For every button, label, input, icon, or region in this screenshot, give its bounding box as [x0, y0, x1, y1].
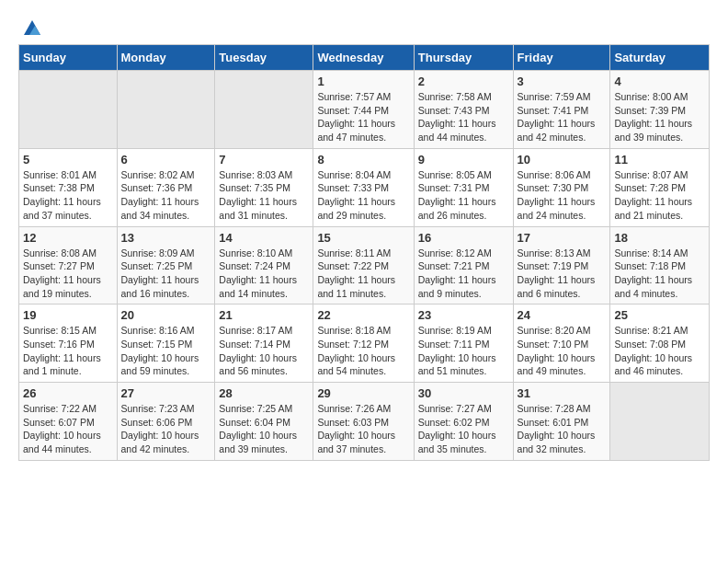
calendar-cell: 31Sunrise: 7:28 AMSunset: 6:01 PMDayligh… — [513, 383, 610, 461]
day-number: 4 — [614, 75, 705, 88]
cell-content: Daylight: 11 hours and 31 minutes. — [219, 195, 309, 222]
calendar-cell: 7Sunrise: 8:03 AMSunset: 7:35 PMDaylight… — [215, 148, 313, 226]
header-day-wednesday: Wednesday — [313, 45, 414, 71]
logo — [18, 18, 42, 35]
cell-content: Sunrise: 7:28 AM — [518, 402, 607, 416]
day-number: 18 — [614, 231, 705, 245]
day-number: 12 — [23, 231, 113, 245]
cell-content: Daylight: 10 hours and 35 minutes. — [418, 429, 509, 455]
calendar-cell: 18Sunrise: 8:14 AMSunset: 7:18 PMDayligh… — [610, 226, 710, 304]
cell-content: Sunset: 7:15 PM — [121, 338, 211, 351]
calendar-cell: 12Sunrise: 8:08 AMSunset: 7:27 PMDayligh… — [19, 226, 118, 304]
cell-content: Daylight: 11 hours and 44 minutes. — [418, 117, 509, 144]
cell-content: Daylight: 10 hours and 49 minutes. — [518, 351, 607, 378]
cell-content: Sunset: 7:35 PM — [219, 181, 309, 195]
calendar-cell: 15Sunrise: 8:11 AMSunset: 7:22 PMDayligh… — [313, 226, 414, 304]
cell-content: Sunrise: 8:20 AM — [518, 324, 607, 338]
calendar-cell: 8Sunrise: 8:04 AMSunset: 7:33 PMDaylight… — [313, 148, 414, 226]
calendar-cell: 10Sunrise: 8:06 AMSunset: 7:30 PMDayligh… — [513, 148, 610, 226]
cell-content: Daylight: 10 hours and 37 minutes. — [317, 429, 409, 455]
calendar-cell: 14Sunrise: 8:10 AMSunset: 7:24 PMDayligh… — [215, 226, 313, 304]
cell-content: Daylight: 10 hours and 32 minutes. — [518, 429, 607, 455]
cell-content: Daylight: 11 hours and 39 minutes. — [614, 117, 705, 144]
day-number: 27 — [121, 386, 211, 400]
cell-content: Daylight: 11 hours and 6 minutes. — [518, 273, 607, 300]
cell-content: Sunset: 7:33 PM — [317, 181, 409, 195]
day-number: 31 — [518, 386, 607, 400]
cell-content: Sunrise: 8:03 AM — [219, 168, 309, 182]
cell-content: Sunrise: 8:06 AM — [518, 168, 607, 182]
calendar-cell: 11Sunrise: 8:07 AMSunset: 7:28 PMDayligh… — [610, 148, 710, 226]
cell-content: Sunrise: 8:10 AM — [219, 247, 309, 260]
cell-content: Daylight: 11 hours and 29 minutes. — [317, 195, 409, 222]
cell-content: Daylight: 11 hours and 42 minutes. — [518, 117, 607, 144]
cell-content: Sunrise: 7:58 AM — [418, 90, 509, 104]
cell-content: Sunset: 6:07 PM — [23, 416, 113, 430]
day-number: 21 — [219, 308, 309, 322]
calendar-cell: 29Sunrise: 7:26 AMSunset: 6:03 PMDayligh… — [313, 383, 414, 461]
cell-content: Sunset: 7:30 PM — [518, 181, 607, 195]
day-number: 9 — [418, 153, 509, 167]
day-number: 16 — [418, 231, 509, 245]
calendar-cell: 30Sunrise: 7:27 AMSunset: 6:02 PMDayligh… — [414, 383, 513, 461]
cell-content: Sunset: 7:16 PM — [23, 338, 113, 351]
cell-content: Sunset: 6:02 PM — [418, 416, 509, 430]
header-day-friday: Friday — [513, 45, 610, 71]
cell-content: Sunrise: 8:19 AM — [418, 324, 509, 338]
page-header — [18, 18, 710, 35]
cell-content: Sunset: 7:41 PM — [518, 104, 607, 118]
cell-content: Sunrise: 7:59 AM — [518, 90, 607, 104]
calendar-week-3: 12Sunrise: 8:08 AMSunset: 7:27 PMDayligh… — [19, 226, 710, 304]
cell-content: Sunrise: 8:15 AM — [23, 324, 113, 338]
cell-content: Daylight: 10 hours and 44 minutes. — [23, 429, 113, 455]
day-number: 1 — [317, 75, 409, 88]
cell-content: Sunset: 7:36 PM — [121, 181, 211, 195]
header-day-tuesday: Tuesday — [215, 45, 313, 71]
logo-icon — [22, 18, 42, 39]
cell-content: Sunset: 7:38 PM — [23, 181, 113, 195]
cell-content: Sunset: 6:03 PM — [317, 416, 409, 430]
calendar-cell: 24Sunrise: 8:20 AMSunset: 7:10 PMDayligh… — [513, 304, 610, 383]
day-number: 28 — [219, 386, 309, 400]
calendar-cell — [19, 71, 118, 149]
cell-content: Daylight: 11 hours and 21 minutes. — [614, 195, 705, 222]
cell-content: Sunrise: 8:21 AM — [614, 324, 705, 338]
calendar-cell — [117, 71, 215, 149]
day-number: 26 — [23, 386, 113, 400]
cell-content: Sunset: 7:08 PM — [614, 338, 705, 351]
cell-content: Sunrise: 8:14 AM — [614, 247, 705, 260]
cell-content: Sunrise: 8:05 AM — [418, 168, 509, 182]
cell-content: Sunrise: 7:57 AM — [317, 90, 409, 104]
day-number: 30 — [418, 386, 509, 400]
calendar-cell: 17Sunrise: 8:13 AMSunset: 7:19 PMDayligh… — [513, 226, 610, 304]
cell-content: Daylight: 10 hours and 54 minutes. — [317, 351, 409, 378]
calendar-week-2: 5Sunrise: 8:01 AMSunset: 7:38 PMDaylight… — [19, 148, 710, 226]
cell-content: Sunset: 7:24 PM — [219, 259, 309, 273]
cell-content: Daylight: 11 hours and 24 minutes. — [518, 195, 607, 222]
cell-content: Daylight: 10 hours and 51 minutes. — [418, 351, 509, 378]
cell-content: Daylight: 11 hours and 37 minutes. — [23, 195, 113, 222]
cell-content: Sunrise: 8:07 AM — [614, 168, 705, 182]
cell-content: Sunrise: 8:02 AM — [121, 168, 211, 182]
calendar-table: SundayMondayTuesdayWednesdayThursdayFrid… — [18, 44, 710, 461]
calendar-cell: 9Sunrise: 8:05 AMSunset: 7:31 PMDaylight… — [414, 148, 513, 226]
header-day-monday: Monday — [117, 45, 215, 71]
calendar-cell: 16Sunrise: 8:12 AMSunset: 7:21 PMDayligh… — [414, 226, 513, 304]
day-number: 5 — [23, 153, 113, 167]
day-number: 7 — [219, 153, 309, 167]
cell-content: Daylight: 11 hours and 16 minutes. — [121, 273, 211, 300]
calendar-cell: 26Sunrise: 7:22 AMSunset: 6:07 PMDayligh… — [19, 383, 118, 461]
cell-content: Sunrise: 7:23 AM — [121, 402, 211, 416]
cell-content: Daylight: 11 hours and 4 minutes. — [614, 273, 705, 300]
cell-content: Sunrise: 8:12 AM — [418, 247, 509, 260]
cell-content: Sunset: 7:21 PM — [418, 259, 509, 273]
cell-content: Sunset: 7:19 PM — [518, 259, 607, 273]
cell-content: Sunset: 7:25 PM — [121, 259, 211, 273]
cell-content: Daylight: 11 hours and 14 minutes. — [219, 273, 309, 300]
cell-content: Sunrise: 8:13 AM — [518, 247, 607, 260]
calendar-cell: 6Sunrise: 8:02 AMSunset: 7:36 PMDaylight… — [117, 148, 215, 226]
cell-content: Daylight: 11 hours and 19 minutes. — [23, 273, 113, 300]
cell-content: Sunrise: 8:01 AM — [23, 168, 113, 182]
calendar-cell: 19Sunrise: 8:15 AMSunset: 7:16 PMDayligh… — [19, 304, 118, 383]
cell-content: Sunset: 7:18 PM — [614, 259, 705, 273]
